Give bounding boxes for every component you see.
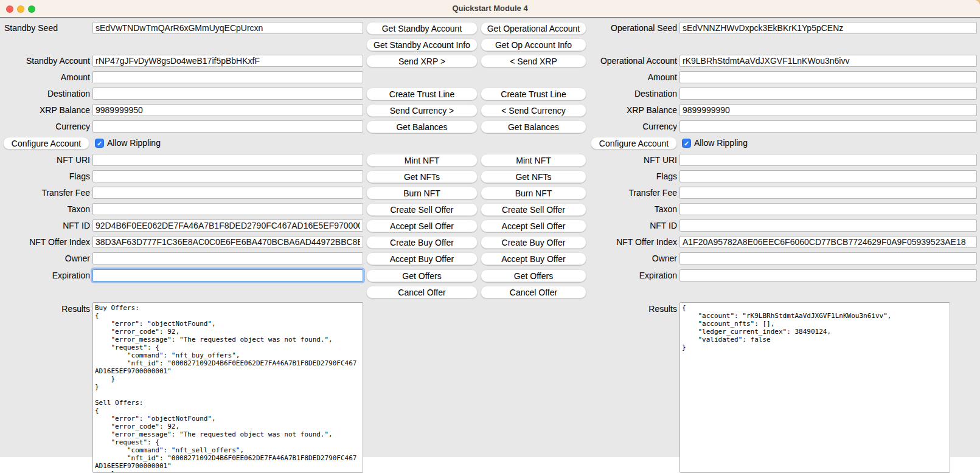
operational-owner-label: Owner [587, 252, 677, 264]
standby-expiration-label: Expiration [0, 269, 90, 281]
get-standby-account-info-button[interactable]: Get Standby Account Info [366, 38, 478, 51]
operational-get-nfts-button[interactable]: Get NFTs [481, 170, 586, 183]
operational-seed-label: Operational Seed [587, 22, 677, 34]
operational-amount-input[interactable] [679, 71, 977, 83]
standby-create-buy-offer-button[interactable]: Create Buy Offer [366, 236, 478, 249]
standby-transfer-fee-input[interactable] [92, 187, 363, 199]
standby-nft-offer-index-input[interactable] [92, 236, 363, 248]
standby-burn-nft-button[interactable]: Burn NFT [366, 187, 478, 199]
operational-seed-input[interactable] [679, 22, 977, 34]
get-standby-account-button[interactable]: Get Standby Account [366, 22, 478, 35]
standby-mint-nft-button[interactable]: Mint NFT [366, 154, 478, 167]
standby-amount-input[interactable] [92, 71, 363, 83]
operational-transfer-fee-label: Transfer Fee [587, 187, 677, 199]
send-xrp-left-button[interactable]: < Send XRP [481, 55, 586, 67]
standby-results-textarea[interactable]: Buy Offers: { "error": "objectNotFound",… [92, 302, 363, 473]
standby-owner-input[interactable] [92, 252, 363, 264]
operational-flags-input[interactable] [679, 170, 977, 182]
standby-currency-label: Currency [0, 120, 90, 133]
standby-xrp-balance-input[interactable] [92, 104, 363, 116]
operational-xrp-balance-input[interactable] [679, 104, 977, 116]
operational-nft-uri-label: NFT URI [587, 154, 677, 166]
get-op-account-info-button[interactable]: Get Op Account Info [481, 38, 586, 51]
operational-amount-label: Amount [587, 71, 677, 83]
standby-cancel-offer-button[interactable]: Cancel Offer [366, 286, 478, 299]
operational-destination-label: Destination [587, 88, 677, 100]
operational-expiration-input[interactable] [679, 269, 977, 281]
operational-nft-id-input[interactable] [679, 219, 977, 232]
operational-currency-label: Currency [587, 120, 677, 133]
standby-account-label: Standby Account [0, 55, 90, 67]
standby-accept-buy-offer-button[interactable]: Accept Buy Offer [366, 252, 478, 265]
operational-create-trust-line-button[interactable]: Create Trust Line [481, 88, 586, 100]
standby-get-balances-button[interactable]: Get Balances [366, 120, 478, 133]
operational-allow-rippling-checkbox[interactable]: ✓ [682, 139, 691, 148]
operational-account-input[interactable] [679, 55, 977, 67]
standby-flags-input[interactable] [92, 170, 363, 182]
standby-allow-rippling-checkbox[interactable]: ✓ [95, 139, 104, 148]
operational-cancel-offer-button[interactable]: Cancel Offer [481, 286, 586, 299]
send-currency-left-button[interactable]: < Send Currency [481, 104, 586, 117]
operational-xrp-balance-label: XRP Balance [587, 104, 677, 116]
checkmark-icon: ✓ [684, 140, 689, 147]
operational-account-label: Operational Account [587, 55, 677, 67]
operational-accept-sell-offer-button[interactable]: Accept Sell Offer [481, 219, 586, 232]
operational-mint-nft-button[interactable]: Mint NFT [481, 154, 586, 167]
standby-nft-offer-index-label: NFT Offer Index [0, 236, 90, 248]
standby-currency-input[interactable] [92, 120, 363, 133]
standby-taxon-input[interactable] [92, 203, 363, 215]
standby-taxon-label: Taxon [0, 203, 90, 215]
operational-get-balances-button[interactable]: Get Balances [481, 120, 586, 133]
operational-create-sell-offer-button[interactable]: Create Sell Offer [481, 203, 586, 216]
standby-owner-label: Owner [0, 252, 90, 264]
app-window: Quickstart Module 4 Standby Seed Standby… [0, 0, 980, 473]
standby-destination-label: Destination [0, 88, 90, 100]
operational-results-label: Results [587, 303, 677, 315]
standby-expiration-input[interactable] [92, 269, 363, 281]
standby-seed-input[interactable] [92, 22, 363, 34]
operational-nft-id-label: NFT ID [587, 219, 677, 232]
operational-nft-offer-index-input[interactable] [679, 236, 977, 248]
window-title: Quickstart Module 4 [0, 0, 980, 17]
operational-results-textarea[interactable]: { "account": "rK9LBRhStdmtAaVdJXGVF1LnKW… [679, 302, 950, 473]
standby-nft-id-input[interactable] [92, 219, 363, 232]
operational-allow-rippling-label: Allow Rippling [694, 137, 748, 149]
standby-account-input[interactable] [92, 55, 363, 67]
standby-amount-label: Amount [0, 71, 90, 83]
standby-get-nfts-button[interactable]: Get NFTs [366, 170, 478, 183]
operational-owner-input[interactable] [679, 252, 977, 264]
standby-create-trust-line-button[interactable]: Create Trust Line [366, 88, 478, 100]
operational-taxon-label: Taxon [587, 203, 677, 215]
operational-expiration-label: Expiration [587, 269, 677, 281]
operational-destination-input[interactable] [679, 88, 977, 100]
standby-nft-id-label: NFT ID [0, 219, 90, 232]
standby-xrp-balance-label: XRP Balance [0, 104, 90, 116]
operational-flags-label: Flags [587, 170, 677, 182]
operational-nft-uri-input[interactable] [679, 154, 977, 166]
send-xrp-right-button[interactable]: Send XRP > [366, 55, 478, 67]
standby-create-sell-offer-button[interactable]: Create Sell Offer [366, 203, 478, 216]
standby-configure-account-button[interactable]: Configure Account [3, 137, 89, 150]
operational-accept-buy-offer-button[interactable]: Accept Buy Offer [481, 252, 586, 265]
checkmark-icon: ✓ [97, 140, 102, 147]
standby-nft-uri-label: NFT URI [0, 154, 90, 166]
get-operational-account-button[interactable]: Get Operational Account [481, 22, 586, 35]
operational-create-buy-offer-button[interactable]: Create Buy Offer [481, 236, 586, 249]
operational-nft-offer-index-label: NFT Offer Index [587, 236, 677, 248]
standby-accept-sell-offer-button[interactable]: Accept Sell Offer [366, 219, 478, 232]
operational-burn-nft-button[interactable]: Burn NFT [481, 187, 586, 199]
operational-currency-input[interactable] [679, 120, 977, 133]
standby-results-label: Results [0, 303, 90, 315]
standby-transfer-fee-label: Transfer Fee [0, 187, 90, 199]
standby-flags-label: Flags [0, 170, 90, 182]
operational-configure-account-button[interactable]: Configure Account [591, 137, 677, 150]
standby-nft-uri-input[interactable] [92, 154, 363, 166]
operational-get-offers-button[interactable]: Get Offers [481, 269, 586, 282]
operational-transfer-fee-input[interactable] [679, 187, 977, 199]
standby-get-offers-button[interactable]: Get Offers [366, 269, 478, 282]
standby-destination-input[interactable] [92, 88, 363, 100]
operational-taxon-input[interactable] [679, 203, 977, 215]
send-currency-right-button[interactable]: Send Currency > [366, 104, 478, 117]
titlebar: Quickstart Module 4 [0, 0, 980, 18]
standby-allow-rippling-label: Allow Rippling [107, 137, 161, 149]
